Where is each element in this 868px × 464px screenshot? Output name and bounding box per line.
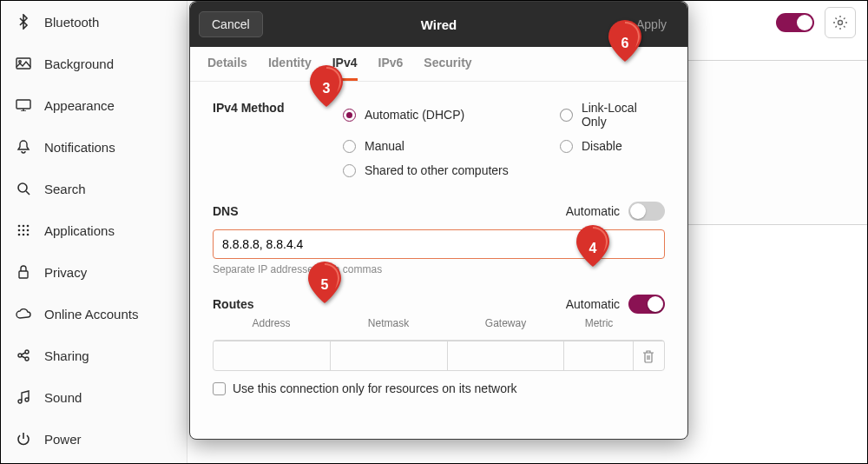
sidebar-item-label: Applications bbox=[44, 223, 115, 238]
gear-icon bbox=[832, 15, 848, 30]
network-settings-button[interactable] bbox=[825, 7, 856, 38]
route-netmask-input[interactable] bbox=[330, 341, 446, 370]
cloud-icon bbox=[13, 308, 34, 319]
tab-identity[interactable]: Identity bbox=[268, 47, 312, 81]
sidebar-item-appearance[interactable]: Appearance bbox=[1, 84, 187, 126]
cancel-button[interactable]: Cancel bbox=[199, 11, 263, 37]
dialog-title: Wired bbox=[421, 17, 457, 32]
svg-point-6 bbox=[27, 225, 30, 228]
sidebar-item-label: Sharing bbox=[44, 348, 89, 363]
routes-label: Routes bbox=[213, 297, 253, 311]
svg-rect-0 bbox=[16, 58, 30, 69]
sidebar-item-label: Background bbox=[44, 56, 114, 71]
svg-point-12 bbox=[27, 234, 30, 236]
svg-point-7 bbox=[18, 229, 21, 232]
sidebar-item-label: Appearance bbox=[44, 98, 115, 113]
sidebar-item-search[interactable]: Search bbox=[1, 168, 187, 209]
grid-icon bbox=[13, 224, 34, 236]
sidebar-item-applications[interactable]: Applications bbox=[1, 209, 187, 251]
search-icon bbox=[13, 182, 34, 196]
radio-automatic-dhcp[interactable]: Automatic (DHCP) bbox=[343, 101, 560, 129]
ipv4-method-label: IPv4 Method bbox=[213, 101, 343, 115]
sidebar-item-label: Sound bbox=[44, 390, 82, 405]
dns-automatic-label: Automatic bbox=[566, 204, 620, 218]
radio-shared[interactable]: Shared to other computers bbox=[343, 163, 665, 177]
svg-point-10 bbox=[18, 234, 21, 236]
dns-input[interactable] bbox=[213, 229, 665, 259]
svg-point-18 bbox=[838, 21, 843, 25]
route-delete-button[interactable] bbox=[633, 341, 664, 370]
sidebar-item-power[interactable]: Power bbox=[1, 418, 187, 460]
sidebar-item-label: Search bbox=[44, 182, 86, 196]
radio-circle-icon bbox=[560, 140, 573, 153]
wired-settings-dialog: Cancel Wired Apply Details Identity IPv4… bbox=[189, 1, 688, 440]
svg-point-3 bbox=[18, 183, 27, 192]
svg-point-1 bbox=[19, 61, 21, 63]
bluetooth-icon bbox=[13, 14, 34, 30]
svg-point-9 bbox=[27, 229, 30, 232]
share-icon bbox=[13, 348, 34, 362]
appearance-icon bbox=[13, 99, 34, 111]
dns-hint: Separate IP addresses with commas bbox=[213, 263, 665, 275]
routes-automatic-label: Automatic bbox=[566, 297, 620, 311]
sidebar-item-label: Privacy bbox=[44, 265, 87, 280]
sidebar-item-label: Power bbox=[44, 432, 82, 447]
svg-point-4 bbox=[18, 225, 21, 228]
sidebar-item-label: Bluetooth bbox=[44, 15, 99, 30]
routes-table bbox=[213, 340, 665, 371]
routes-header: Address Netmask Gateway Metric bbox=[213, 314, 665, 333]
network-main-toggle[interactable] bbox=[776, 13, 814, 32]
lock-icon bbox=[13, 265, 34, 279]
sidebar-item-displays[interactable]: Displays bbox=[1, 460, 187, 464]
svg-point-5 bbox=[23, 225, 25, 228]
svg-point-15 bbox=[25, 350, 29, 354]
apply-button[interactable]: Apply bbox=[624, 12, 679, 36]
route-address-input[interactable] bbox=[214, 341, 330, 370]
sidebar-item-background[interactable]: Background bbox=[1, 43, 187, 84]
sidebar-item-online-accounts[interactable]: Online Accounts bbox=[1, 293, 187, 335]
sidebar-item-privacy[interactable]: Privacy bbox=[1, 251, 187, 293]
dns-automatic-toggle[interactable] bbox=[628, 202, 665, 221]
tab-ipv4[interactable]: IPv4 bbox=[332, 47, 358, 81]
music-icon bbox=[13, 390, 34, 404]
sidebar-item-label: Online Accounts bbox=[44, 307, 138, 321]
tab-security[interactable]: Security bbox=[424, 47, 471, 81]
background-icon bbox=[13, 57, 34, 70]
route-metric-input[interactable] bbox=[563, 341, 633, 370]
bell-icon bbox=[13, 140, 34, 154]
dialog-header: Cancel Wired Apply bbox=[190, 2, 687, 47]
svg-rect-2 bbox=[16, 100, 30, 109]
power-icon bbox=[13, 432, 34, 446]
svg-point-14 bbox=[18, 354, 22, 357]
svg-point-16 bbox=[25, 357, 29, 361]
radio-disable[interactable]: Disable bbox=[560, 139, 665, 153]
trash-icon bbox=[642, 349, 654, 363]
svg-rect-13 bbox=[19, 271, 28, 278]
svg-point-11 bbox=[23, 234, 25, 236]
radio-circle-icon bbox=[343, 140, 356, 153]
radio-circle-icon bbox=[343, 164, 356, 177]
svg-point-8 bbox=[23, 229, 25, 232]
only-resources-checkbox[interactable] bbox=[213, 382, 226, 395]
sidebar-item-notifications[interactable]: Notifications bbox=[1, 126, 187, 168]
settings-sidebar: Bluetooth Background Appearance Notifica… bbox=[1, 1, 187, 464]
dialog-tabs: Details Identity IPv4 IPv6 Security bbox=[190, 47, 687, 82]
only-resources-label: Use this connection only for resources o… bbox=[233, 381, 517, 395]
radio-circle-icon bbox=[560, 109, 573, 122]
sidebar-item-bluetooth[interactable]: Bluetooth bbox=[1, 1, 187, 43]
route-gateway-input[interactable] bbox=[447, 341, 563, 370]
radio-link-local[interactable]: Link-Local Only bbox=[560, 101, 665, 129]
dns-label: DNS bbox=[213, 204, 239, 218]
sidebar-item-label: Notifications bbox=[44, 140, 115, 155]
radio-manual[interactable]: Manual bbox=[343, 139, 560, 153]
sidebar-item-sharing[interactable]: Sharing bbox=[1, 335, 187, 376]
sidebar-item-sound[interactable]: Sound bbox=[1, 376, 187, 418]
tab-ipv6[interactable]: IPv6 bbox=[378, 47, 404, 81]
routes-automatic-toggle[interactable] bbox=[628, 295, 665, 314]
radio-circle-icon bbox=[343, 109, 356, 122]
tab-details[interactable]: Details bbox=[207, 47, 247, 81]
